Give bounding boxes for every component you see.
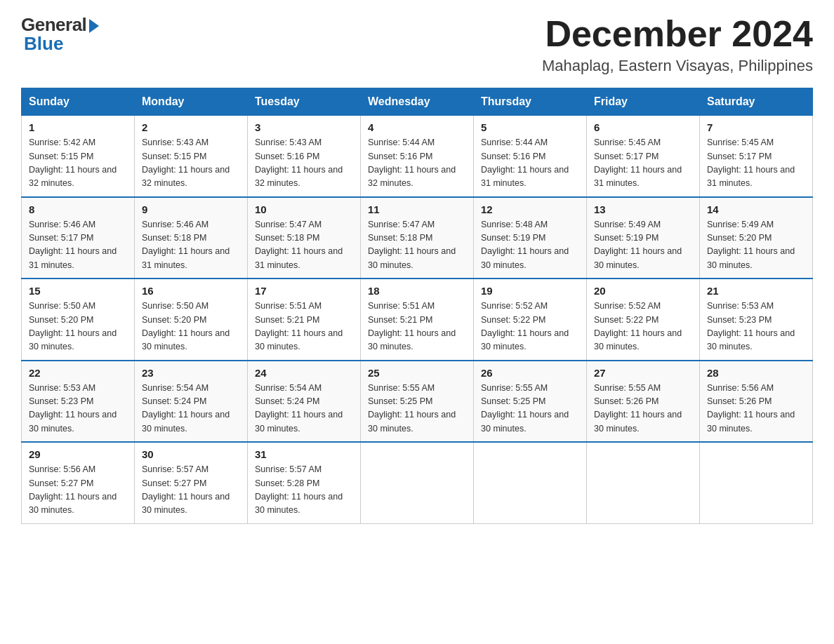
table-row: 21Sunrise: 5:53 AMSunset: 5:23 PMDayligh… [700, 279, 813, 361]
day-info: Sunrise: 5:57 AMSunset: 5:27 PMDaylight:… [142, 463, 240, 518]
day-number: 10 [255, 203, 353, 215]
day-info: Sunrise: 5:53 AMSunset: 5:23 PMDaylight:… [29, 382, 127, 436]
day-info: Sunrise: 5:45 AMSunset: 5:17 PMDaylight:… [594, 136, 692, 191]
day-number: 26 [481, 367, 579, 379]
day-number: 5 [481, 121, 579, 133]
day-number: 15 [29, 285, 127, 297]
table-row: 16Sunrise: 5:50 AMSunset: 5:20 PMDayligh… [135, 279, 248, 361]
day-info: Sunrise: 5:44 AMSunset: 5:16 PMDaylight:… [368, 136, 466, 191]
location-subtitle: Mahaplag, Eastern Visayas, Philippines [542, 57, 813, 75]
table-row: 10Sunrise: 5:47 AMSunset: 5:18 PMDayligh… [248, 197, 361, 279]
day-number: 28 [707, 367, 805, 379]
table-row: 15Sunrise: 5:50 AMSunset: 5:20 PMDayligh… [22, 279, 135, 361]
logo-arrow-icon [89, 19, 99, 33]
day-info: Sunrise: 5:52 AMSunset: 5:22 PMDaylight:… [481, 300, 579, 354]
table-row: 25Sunrise: 5:55 AMSunset: 5:25 PMDayligh… [361, 361, 474, 443]
day-number: 4 [368, 121, 466, 133]
day-info: Sunrise: 5:51 AMSunset: 5:21 PMDaylight:… [255, 300, 353, 354]
day-number: 7 [707, 121, 805, 133]
day-info: Sunrise: 5:45 AMSunset: 5:17 PMDaylight:… [707, 136, 805, 191]
calendar-table: Sunday Monday Tuesday Wednesday Thursday… [21, 88, 813, 524]
table-row: 27Sunrise: 5:55 AMSunset: 5:26 PMDayligh… [587, 361, 700, 443]
table-row: 23Sunrise: 5:54 AMSunset: 5:24 PMDayligh… [135, 361, 248, 443]
day-info: Sunrise: 5:55 AMSunset: 5:25 PMDaylight:… [481, 382, 579, 436]
table-row: 2Sunrise: 5:43 AMSunset: 5:15 PMDaylight… [135, 116, 248, 197]
day-number: 29 [29, 448, 127, 460]
day-info: Sunrise: 5:51 AMSunset: 5:21 PMDaylight:… [368, 300, 466, 354]
table-row: 8Sunrise: 5:46 AMSunset: 5:17 PMDaylight… [22, 197, 135, 279]
table-row: 22Sunrise: 5:53 AMSunset: 5:23 PMDayligh… [22, 361, 135, 443]
table-row [474, 442, 587, 523]
day-info: Sunrise: 5:57 AMSunset: 5:28 PMDaylight:… [255, 463, 353, 518]
day-number: 27 [594, 367, 692, 379]
table-row: 19Sunrise: 5:52 AMSunset: 5:22 PMDayligh… [474, 279, 587, 361]
day-info: Sunrise: 5:43 AMSunset: 5:15 PMDaylight:… [142, 136, 240, 191]
day-info: Sunrise: 5:49 AMSunset: 5:19 PMDaylight:… [594, 218, 692, 273]
day-number: 22 [29, 367, 127, 379]
day-number: 18 [368, 285, 466, 297]
logo: General Blue [21, 14, 99, 55]
table-row: 12Sunrise: 5:48 AMSunset: 5:19 PMDayligh… [474, 197, 587, 279]
day-info: Sunrise: 5:50 AMSunset: 5:20 PMDaylight:… [29, 300, 127, 354]
day-info: Sunrise: 5:50 AMSunset: 5:20 PMDaylight:… [142, 300, 240, 354]
day-info: Sunrise: 5:56 AMSunset: 5:27 PMDaylight:… [29, 463, 127, 518]
day-number: 9 [142, 203, 240, 215]
day-number: 17 [255, 285, 353, 297]
day-info: Sunrise: 5:48 AMSunset: 5:19 PMDaylight:… [481, 218, 579, 273]
table-row: 13Sunrise: 5:49 AMSunset: 5:19 PMDayligh… [587, 197, 700, 279]
col-monday: Monday [135, 88, 248, 116]
table-row: 18Sunrise: 5:51 AMSunset: 5:21 PMDayligh… [361, 279, 474, 361]
day-number: 13 [594, 203, 692, 215]
page-header: General Blue December 2024 Mahaplag, Eas… [21, 14, 813, 75]
table-row: 6Sunrise: 5:45 AMSunset: 5:17 PMDaylight… [587, 116, 700, 197]
day-number: 14 [707, 203, 805, 215]
col-tuesday: Tuesday [248, 88, 361, 116]
table-row: 3Sunrise: 5:43 AMSunset: 5:16 PMDaylight… [248, 116, 361, 197]
calendar-week-row: 22Sunrise: 5:53 AMSunset: 5:23 PMDayligh… [22, 361, 813, 443]
day-info: Sunrise: 5:49 AMSunset: 5:20 PMDaylight:… [707, 218, 805, 273]
day-number: 11 [368, 203, 466, 215]
day-info: Sunrise: 5:46 AMSunset: 5:17 PMDaylight:… [29, 218, 127, 273]
day-number: 30 [142, 448, 240, 460]
day-info: Sunrise: 5:54 AMSunset: 5:24 PMDaylight:… [142, 382, 240, 436]
month-year-title: December 2024 [542, 14, 813, 54]
day-info: Sunrise: 5:52 AMSunset: 5:22 PMDaylight:… [594, 300, 692, 354]
calendar-week-row: 8Sunrise: 5:46 AMSunset: 5:17 PMDaylight… [22, 197, 813, 279]
day-number: 20 [594, 285, 692, 297]
day-number: 25 [368, 367, 466, 379]
logo-blue-text: Blue [21, 33, 63, 55]
calendar-week-row: 1Sunrise: 5:42 AMSunset: 5:15 PMDaylight… [22, 116, 813, 197]
day-number: 24 [255, 367, 353, 379]
table-row: 7Sunrise: 5:45 AMSunset: 5:17 PMDaylight… [700, 116, 813, 197]
day-number: 12 [481, 203, 579, 215]
day-number: 23 [142, 367, 240, 379]
col-friday: Friday [587, 88, 700, 116]
table-row: 9Sunrise: 5:46 AMSunset: 5:18 PMDaylight… [135, 197, 248, 279]
day-number: 3 [255, 121, 353, 133]
day-info: Sunrise: 5:55 AMSunset: 5:26 PMDaylight:… [594, 382, 692, 436]
col-wednesday: Wednesday [361, 88, 474, 116]
col-sunday: Sunday [22, 88, 135, 116]
table-row: 29Sunrise: 5:56 AMSunset: 5:27 PMDayligh… [22, 442, 135, 523]
day-info: Sunrise: 5:44 AMSunset: 5:16 PMDaylight:… [481, 136, 579, 191]
day-number: 19 [481, 285, 579, 297]
day-number: 16 [142, 285, 240, 297]
table-row: 5Sunrise: 5:44 AMSunset: 5:16 PMDaylight… [474, 116, 587, 197]
day-info: Sunrise: 5:46 AMSunset: 5:18 PMDaylight:… [142, 218, 240, 273]
day-info: Sunrise: 5:42 AMSunset: 5:15 PMDaylight:… [29, 136, 127, 191]
table-row: 17Sunrise: 5:51 AMSunset: 5:21 PMDayligh… [248, 279, 361, 361]
calendar-week-row: 15Sunrise: 5:50 AMSunset: 5:20 PMDayligh… [22, 279, 813, 361]
day-info: Sunrise: 5:43 AMSunset: 5:16 PMDaylight:… [255, 136, 353, 191]
table-row [361, 442, 474, 523]
day-number: 6 [594, 121, 692, 133]
table-row: 30Sunrise: 5:57 AMSunset: 5:27 PMDayligh… [135, 442, 248, 523]
table-row: 20Sunrise: 5:52 AMSunset: 5:22 PMDayligh… [587, 279, 700, 361]
col-saturday: Saturday [700, 88, 813, 116]
table-row [587, 442, 700, 523]
calendar-week-row: 29Sunrise: 5:56 AMSunset: 5:27 PMDayligh… [22, 442, 813, 523]
calendar-header-row: Sunday Monday Tuesday Wednesday Thursday… [22, 88, 813, 116]
day-number: 21 [707, 285, 805, 297]
day-info: Sunrise: 5:47 AMSunset: 5:18 PMDaylight:… [255, 218, 353, 273]
table-row: 4Sunrise: 5:44 AMSunset: 5:16 PMDaylight… [361, 116, 474, 197]
title-block: December 2024 Mahaplag, Eastern Visayas,… [542, 14, 813, 75]
